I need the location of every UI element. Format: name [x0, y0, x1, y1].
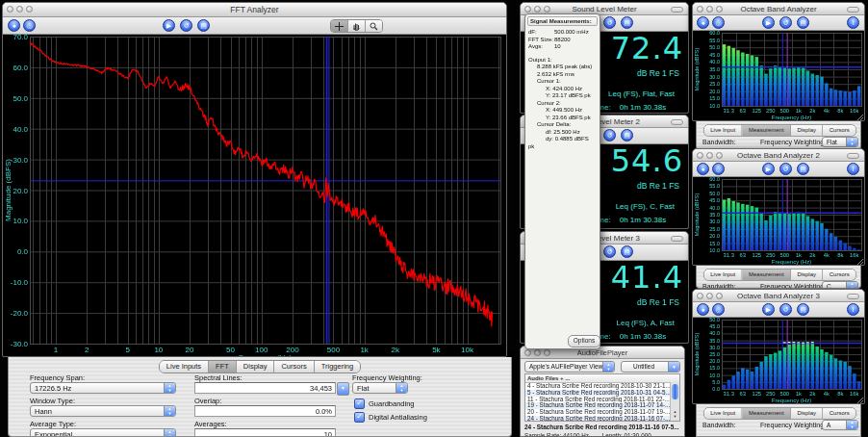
restart-button[interactable]: ↺	[779, 16, 792, 29]
close-icon[interactable]	[697, 6, 703, 13]
restart-button[interactable]: ↺	[180, 19, 192, 32]
tab-live-input[interactable]: Live Input	[704, 270, 743, 280]
collapse-widget[interactable]	[847, 7, 859, 13]
collapse-widget[interactable]	[671, 7, 683, 13]
audio-files-header[interactable]: Audio Files + ...	[525, 374, 679, 383]
tab-triggering[interactable]: Triggering	[315, 361, 361, 373]
window-type-popup[interactable]: Hann▲▼	[30, 405, 176, 417]
tab-live-input[interactable]: Live Input	[704, 125, 743, 136]
minimize-icon[interactable]	[534, 349, 541, 356]
zoom-window-icon[interactable]	[716, 293, 723, 299]
store-button[interactable]: ▤	[797, 16, 809, 29]
tab-cursors[interactable]: Cursors	[823, 125, 855, 136]
digital-antialiasing-checkbox[interactable]: ✓	[354, 412, 365, 423]
minimize-icon[interactable]	[706, 152, 713, 159]
tab-cursors[interactable]: Cursors	[274, 361, 314, 373]
octave-band-canvas[interactable]	[693, 177, 864, 266]
restart-button[interactable]: ↺	[603, 129, 616, 141]
fft-spectrum-canvas[interactable]	[3, 35, 506, 357]
frequency-weighting-popup[interactable]: Flat▲▼	[352, 382, 408, 394]
restart-button[interactable]: ↺	[779, 163, 792, 175]
close-icon[interactable]	[697, 152, 703, 159]
store-button[interactable]: ▤	[797, 163, 809, 175]
collapse-widget[interactable]	[671, 119, 683, 125]
octave-titlebar[interactable]: Octave Band Analyzer	[693, 3, 864, 15]
channel-view-button[interactable]: ◎	[712, 16, 725, 29]
zoom-window-icon[interactable]	[716, 152, 723, 159]
input-config-button[interactable]: ●	[697, 163, 709, 175]
restart-button[interactable]: ↺	[779, 303, 792, 316]
restart-button[interactable]: ↺	[603, 245, 616, 258]
scrollbar-arrows-icon[interactable]: ▲▼	[671, 409, 679, 421]
au-view-popup[interactable]: Apple's AUFilePlayer View▲▼	[524, 361, 615, 373]
close-icon[interactable]	[524, 349, 531, 356]
input-config-button[interactable]: ●	[8, 19, 20, 32]
tab-cursors[interactable]: Cursors	[823, 270, 855, 280]
close-icon[interactable]	[697, 293, 703, 299]
audio-file-row[interactable]: 4 - Stachura Scribe Red recording 2018-1…	[525, 383, 673, 390]
zoom-window-icon[interactable]	[544, 349, 550, 356]
input-config-button[interactable]: ●	[697, 16, 709, 29]
tab-measurement[interactable]: Measurement	[743, 270, 791, 280]
weighting-popup[interactable]: C▲▼	[822, 281, 858, 289]
play-button[interactable]: ▶	[762, 16, 775, 29]
averages-field[interactable]: 10	[194, 428, 336, 437]
info-button[interactable]: i	[847, 163, 859, 175]
octave-titlebar[interactable]: Octave Band Analyzer 3	[693, 290, 864, 302]
zoom-tool-icon[interactable]	[366, 20, 382, 32]
input-config-button[interactable]: ●	[697, 303, 709, 316]
store-button[interactable]: ▤	[621, 129, 633, 141]
play-button[interactable]: ▶	[762, 163, 775, 175]
audio-file-row[interactable]: 19 - Stachura Scribe Red recording 2018-…	[525, 402, 673, 409]
octave-band-canvas[interactable]	[693, 318, 864, 404]
minimize-icon[interactable]	[16, 6, 23, 13]
zoom-window-icon[interactable]	[716, 6, 723, 13]
tab-display[interactable]: Display	[791, 270, 823, 280]
tab-display[interactable]: Display	[791, 125, 823, 136]
octave-band-canvas[interactable]	[693, 31, 864, 121]
tab-display[interactable]: Display	[791, 408, 823, 419]
store-button[interactable]: ▤	[197, 19, 210, 32]
audio-file-row[interactable]: 11 - Stachura Scribe Red recording 2018-…	[525, 397, 673, 403]
collapse-widget[interactable]	[847, 294, 859, 299]
tab-live-input[interactable]: Live Input	[704, 408, 743, 419]
zoom-window-icon[interactable]	[26, 6, 33, 13]
octave-titlebar[interactable]: Octave Band Analyzer 2	[693, 149, 864, 162]
tab-display[interactable]: Display	[237, 361, 275, 373]
hand-tool-icon[interactable]	[348, 20, 366, 32]
frequency-span-popup[interactable]: 17226.5 Hz▲▼	[30, 382, 176, 394]
channel-view-button[interactable]: ◎	[712, 303, 725, 316]
channel-view-button[interactable]: ◎	[712, 163, 725, 175]
audio-file-row[interactable]: 5 - Stachura Scribe Red recording 2018-1…	[525, 390, 673, 397]
play-button[interactable]: ▶	[163, 19, 175, 32]
collapse-widget[interactable]	[671, 236, 683, 242]
channel-view-button[interactable]: ◎	[23, 19, 36, 32]
zoom-window-icon[interactable]	[544, 6, 550, 13]
restart-button[interactable]: ↺	[603, 16, 616, 29]
play-button[interactable]: ▶	[762, 303, 775, 316]
spectral-lines-field[interactable]: 34,453	[194, 382, 336, 394]
options-button[interactable]: Options	[568, 335, 600, 347]
tab-measurement[interactable]: Measurement	[743, 125, 791, 136]
weighting-popup[interactable]: A▲▼	[822, 420, 858, 430]
close-icon[interactable]	[7, 6, 13, 13]
scrollbar-thumb[interactable]	[672, 384, 678, 399]
info-button[interactable]: i	[847, 16, 859, 29]
tab-fft[interactable]: FFT	[209, 361, 237, 373]
tab-measurement[interactable]: Measurement	[743, 408, 791, 419]
average-type-popup[interactable]: Exponential▲▼	[30, 428, 176, 437]
minimize-icon[interactable]	[706, 6, 713, 13]
fft-titlebar[interactable]: FFT Analyzer	[3, 3, 506, 17]
collapse-widget[interactable]	[847, 153, 859, 159]
info-button[interactable]: i	[847, 303, 859, 316]
preset-popup[interactable]: Untitled▼	[621, 361, 680, 373]
spectral-lines-combo-icon[interactable]: ▼	[337, 382, 349, 396]
tab-live-inputs[interactable]: Live Inputs	[160, 361, 209, 373]
list-scrollbar[interactable]: ▲▼	[670, 382, 679, 421]
audio-file-row[interactable]: 24 - Stachura Scribe Red recording 2018-…	[525, 416, 673, 422]
weighting-popup[interactable]: Flat▲▼	[822, 137, 858, 147]
store-button[interactable]: ▤	[797, 303, 809, 316]
overlap-field[interactable]: 0.0%	[194, 405, 336, 417]
minimize-icon[interactable]	[534, 6, 541, 13]
store-button[interactable]: ▤	[621, 16, 633, 29]
